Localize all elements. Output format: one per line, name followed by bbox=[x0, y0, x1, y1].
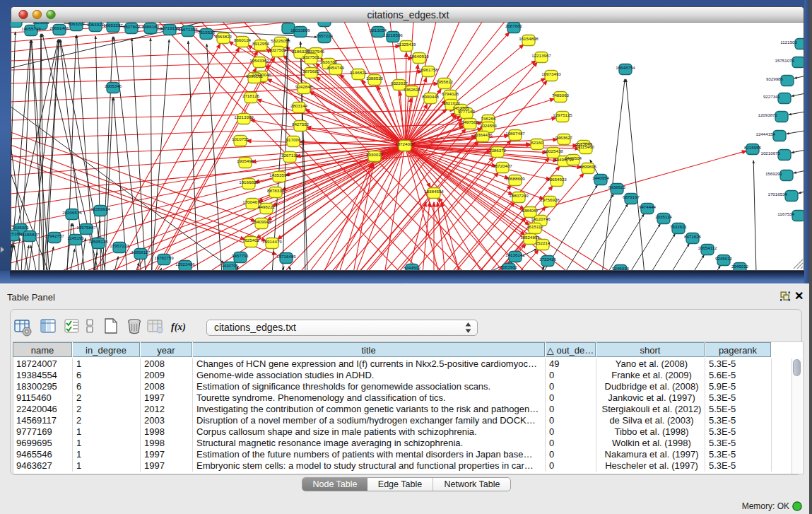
svg-text:917006: 917006 bbox=[286, 137, 301, 142]
svg-text:8466160: 8466160 bbox=[142, 24, 160, 29]
svg-text:9463627: 9463627 bbox=[555, 135, 573, 140]
svg-text:6879197: 6879197 bbox=[623, 194, 640, 199]
svg-text:9457791: 9457791 bbox=[232, 253, 249, 258]
svg-text:2636768: 2636768 bbox=[320, 59, 338, 64]
svg-text:8186328: 8186328 bbox=[292, 49, 310, 54]
svg-text:7485063: 7485063 bbox=[552, 93, 570, 98]
svg-text:9329986: 9329986 bbox=[766, 76, 784, 81]
svg-text:10543362: 10543362 bbox=[249, 58, 269, 63]
svg-text:1733426: 1733426 bbox=[539, 257, 557, 262]
svg-text:1569291: 1569291 bbox=[765, 171, 783, 176]
svg-text:18640910: 18640910 bbox=[409, 54, 429, 59]
svg-text:2930027: 2930027 bbox=[366, 152, 384, 157]
svg-text:10958117: 10958117 bbox=[131, 250, 151, 255]
svg-text:8471626: 8471626 bbox=[684, 234, 702, 239]
svg-text:14136141: 14136141 bbox=[505, 252, 525, 257]
svg-text:1083902: 1083902 bbox=[500, 264, 518, 269]
svg-text:12093872: 12093872 bbox=[758, 112, 777, 117]
svg-text:8454749: 8454749 bbox=[327, 65, 345, 70]
svg-text:1621022: 1621022 bbox=[443, 100, 461, 105]
svg-text:3875685: 3875685 bbox=[302, 69, 320, 74]
svg-text:1145193: 1145193 bbox=[67, 235, 84, 240]
svg-text:12444154: 12444154 bbox=[755, 132, 775, 136]
svg-text:7515526: 7515526 bbox=[198, 30, 216, 35]
svg-text:2718126: 2718126 bbox=[242, 93, 260, 98]
svg-text:1024554: 1024554 bbox=[480, 123, 498, 128]
svg-text:2803144: 2803144 bbox=[290, 103, 308, 108]
svg-text:12505135: 12505135 bbox=[88, 239, 108, 244]
svg-text:8813054: 8813054 bbox=[370, 28, 387, 33]
svg-text:2435001: 2435001 bbox=[12, 225, 30, 230]
svg-text:1527602: 1527602 bbox=[123, 24, 141, 29]
svg-text:16782759: 16782759 bbox=[154, 255, 174, 260]
svg-text:15716485: 15716485 bbox=[276, 254, 296, 259]
svg-text:8427552: 8427552 bbox=[292, 122, 310, 127]
svg-text:19384554: 19384554 bbox=[424, 189, 444, 194]
svg-text:10973493: 10973493 bbox=[541, 71, 561, 76]
svg-text:1523561: 1523561 bbox=[33, 22, 50, 25]
svg-text:9474444: 9474444 bbox=[639, 204, 657, 209]
svg-text:252214: 252214 bbox=[536, 240, 551, 245]
svg-text:11156827: 11156827 bbox=[20, 232, 40, 237]
svg-text:746266: 746266 bbox=[481, 116, 496, 121]
svg-text:10688609: 10688609 bbox=[505, 176, 525, 181]
svg-text:9896161: 9896161 bbox=[246, 74, 264, 78]
svg-text:9227341: 9227341 bbox=[763, 94, 781, 99]
svg-text:12213967: 12213967 bbox=[531, 53, 551, 58]
svg-text:10654112: 10654112 bbox=[698, 245, 717, 250]
svg-text:1010755: 1010755 bbox=[232, 136, 249, 141]
svg-text:10025438: 10025438 bbox=[543, 148, 563, 153]
svg-text:14120746: 14120746 bbox=[531, 216, 551, 221]
svg-text:1388520: 1388520 bbox=[366, 76, 384, 81]
svg-text:53226058: 53226058 bbox=[271, 38, 290, 43]
svg-text:8244502: 8244502 bbox=[404, 265, 421, 270]
svg-text:2945012: 2945012 bbox=[731, 264, 749, 269]
svg-text:1121503: 1121503 bbox=[780, 40, 797, 45]
svg-text:19756928: 19756928 bbox=[540, 197, 560, 202]
svg-text:6497568: 6497568 bbox=[461, 119, 479, 124]
svg-text:2087682: 2087682 bbox=[505, 23, 523, 28]
svg-text:6794028: 6794028 bbox=[442, 91, 459, 96]
svg-text:12213369: 12213369 bbox=[234, 115, 254, 119]
svg-text:16961758: 16961758 bbox=[418, 67, 438, 72]
svg-text:10210673: 10210673 bbox=[760, 151, 780, 156]
svg-text:16914479: 16914479 bbox=[262, 239, 282, 244]
svg-text:9327503: 9327503 bbox=[269, 47, 287, 52]
svg-text:1440954: 1440954 bbox=[592, 175, 610, 180]
svg-text:9337546: 9337546 bbox=[307, 49, 325, 54]
svg-text:1615112: 1615112 bbox=[526, 224, 543, 229]
svg-text:8990448: 8990448 bbox=[422, 94, 440, 99]
svg-text:7386372: 7386372 bbox=[489, 148, 507, 153]
svg-text:7857224: 7857224 bbox=[316, 33, 334, 38]
svg-text:18724007: 18724007 bbox=[395, 141, 415, 146]
svg-text:7663822: 7663822 bbox=[215, 34, 233, 39]
svg-text:9327501: 9327501 bbox=[302, 54, 320, 59]
svg-text:9146821: 9146821 bbox=[350, 70, 367, 75]
svg-text:9245033: 9245033 bbox=[612, 266, 630, 270]
svg-text:13654923: 13654923 bbox=[547, 177, 567, 182]
svg-text:f(x): f(x) bbox=[171, 322, 186, 333]
svg-text:10719155: 10719155 bbox=[160, 25, 180, 30]
svg-text:12975887: 12975887 bbox=[76, 225, 96, 230]
svg-text:8878332: 8878332 bbox=[267, 188, 285, 193]
svg-text:17957223: 17957223 bbox=[110, 243, 129, 248]
svg-text:20364436: 20364436 bbox=[473, 132, 493, 137]
svg-text:10653287: 10653287 bbox=[103, 23, 123, 28]
svg-text:9115460: 9115460 bbox=[577, 144, 594, 149]
svg-text:12975125: 12975125 bbox=[553, 112, 572, 117]
svg-text:8660124: 8660124 bbox=[234, 37, 252, 42]
svg-text:62160: 62160 bbox=[531, 140, 543, 145]
svg-text:9245012: 9245012 bbox=[715, 256, 733, 261]
svg-text:17942757: 17942757 bbox=[45, 233, 64, 238]
svg-text:17016534: 17016534 bbox=[767, 192, 787, 197]
svg-text:15751074: 15751074 bbox=[775, 58, 794, 63]
svg-text:9777169: 9777169 bbox=[458, 109, 476, 114]
svg-text:4498222: 4498222 bbox=[258, 204, 276, 209]
svg-text:9410795: 9410795 bbox=[221, 263, 239, 268]
svg-text:2005346: 2005346 bbox=[105, 83, 122, 88]
svg-text:9242848: 9242848 bbox=[295, 84, 313, 89]
svg-text:15720407: 15720407 bbox=[493, 163, 512, 168]
svg-text:15409948: 15409948 bbox=[252, 219, 271, 224]
svg-text:14353594: 14353594 bbox=[269, 173, 289, 177]
svg-text:17004670: 17004670 bbox=[242, 199, 262, 204]
